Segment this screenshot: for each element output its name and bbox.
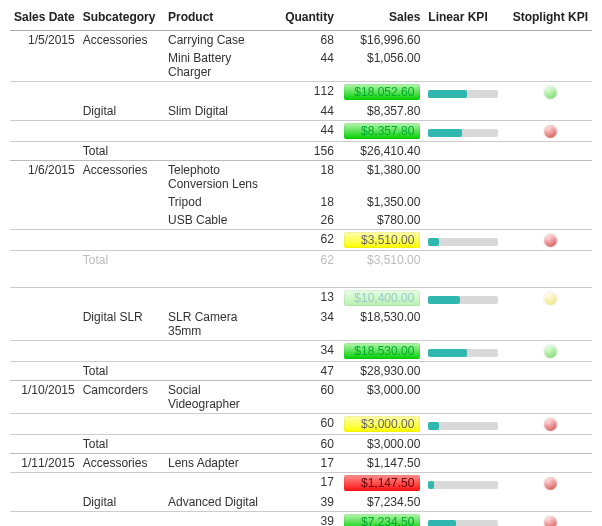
col-linear-kpi: Linear KPI xyxy=(424,6,508,31)
quantity-cell: 13 xyxy=(274,288,338,309)
sales-kpi-pill: $8,357.80 xyxy=(338,121,425,142)
product-cell: Telephoto Conversion Lens xyxy=(164,161,274,194)
product-cell: Lens Adapter xyxy=(164,454,274,473)
subcategory-cell: Accessories xyxy=(79,161,164,194)
subcategory-cell: Accessories xyxy=(79,31,164,50)
linear-kpi-bar xyxy=(424,288,508,309)
sales-kpi-pill: $18,530.00 xyxy=(338,341,425,362)
table-row: 1/11/2015 Accessories Lens Adapter 17 $1… xyxy=(10,454,592,473)
product-cell: Tripod xyxy=(164,193,274,211)
quantity-cell: 18 xyxy=(274,161,338,194)
quantity-cell: 60 xyxy=(274,381,338,414)
subcategory-cell: Accessories xyxy=(79,454,164,473)
subcategory-subtotal-row: 112 $18,052.60 xyxy=(10,82,592,103)
stoplight-icon xyxy=(544,234,557,247)
product-cell: Carrying Case xyxy=(164,31,274,50)
stoplight-icon xyxy=(544,477,557,490)
col-sales-date: Sales Date xyxy=(10,6,79,31)
sales-cell: $16,996.60 xyxy=(338,31,425,50)
quantity-cell: 156 xyxy=(274,142,338,161)
table-row: Tripod 18 $1,350.00 xyxy=(10,193,592,211)
linear-kpi-bar xyxy=(424,473,508,494)
subcategory-subtotal-row: 39 $7,234.50 xyxy=(10,512,592,527)
quantity-cell: 34 xyxy=(274,308,338,341)
quantity-cell: 62 xyxy=(274,230,338,251)
quantity-cell: 62 xyxy=(274,251,338,270)
sales-cell: $28,930.00 xyxy=(338,362,425,381)
linear-kpi-bar xyxy=(424,82,508,103)
quantity-cell: 60 xyxy=(274,414,338,435)
table-row: Mini Battery Charger 44 $1,056.00 xyxy=(10,49,592,82)
sales-date-cell: 1/5/2015 xyxy=(10,31,79,50)
product-cell: Mini Battery Charger xyxy=(164,49,274,82)
subcategory-cell: Digital xyxy=(79,493,164,512)
sales-kpi-pill: $3,510.00 xyxy=(338,230,425,251)
stoplight-icon xyxy=(544,516,557,526)
subcategory-subtotal-row: 44 $8,357.80 xyxy=(10,121,592,142)
subcategory-subtotal-row: 60 $3,000.00 xyxy=(10,414,592,435)
table-row: 1/6/2015 Accessories Telephoto Conversio… xyxy=(10,161,592,194)
table-row: Digital Advanced Digital 39 $7,234.50 xyxy=(10,493,592,512)
subcategory-cell: Digital xyxy=(79,102,164,121)
sales-date-cell: 1/11/2015 xyxy=(10,454,79,473)
product-cell: Advanced Digital xyxy=(164,493,274,512)
stoplight-icon xyxy=(544,125,557,138)
linear-kpi-bar xyxy=(424,512,508,527)
subcategory-cell: Camcorders xyxy=(79,381,164,414)
sales-cell: $8,357.80 xyxy=(338,102,425,121)
product-cell: Social Videographer xyxy=(164,381,274,414)
total-label: Total xyxy=(79,435,164,454)
total-label: Total xyxy=(79,251,164,270)
linear-kpi-bar xyxy=(424,230,508,251)
total-label: Total xyxy=(79,142,164,161)
stoplight-icon xyxy=(544,418,557,431)
sales-cell: $1,147.50 xyxy=(338,454,425,473)
sales-date-cell: 1/6/2015 xyxy=(10,161,79,194)
quantity-cell: 17 xyxy=(274,454,338,473)
sales-cell: $7,234.50 xyxy=(338,493,425,512)
sales-kpi-report: Sales Date Subcategory Product Quantity … xyxy=(0,0,602,526)
product-cell: USB Cable xyxy=(164,211,274,230)
product-cell: SLR Camera 35mm xyxy=(164,308,274,341)
sales-cell: $1,380.00 xyxy=(338,161,425,194)
table-row: 1/10/2015 Camcorders Social Videographer… xyxy=(10,381,592,414)
report-table: Sales Date Subcategory Product Quantity … xyxy=(10,6,592,526)
subcategory-cell: Digital SLR xyxy=(79,308,164,341)
stoplight-icon xyxy=(544,86,557,99)
subcategory-subtotal-row: 34 $18,530.00 xyxy=(10,341,592,362)
sales-cell: $18,530.00 xyxy=(338,308,425,341)
stoplight-icon xyxy=(544,292,557,305)
sales-cell: $26,410.40 xyxy=(338,142,425,161)
sales-date-cell: 1/10/2015 xyxy=(10,381,79,414)
subcategory-subtotal-row: 17 $1,147.50 xyxy=(10,473,592,494)
col-stoplight-kpi: Stoplight KPI xyxy=(509,6,592,31)
quantity-cell: 112 xyxy=(274,82,338,103)
sales-cell: $3,510.00 xyxy=(338,251,425,270)
quantity-cell: 44 xyxy=(274,102,338,121)
quantity-cell: 44 xyxy=(274,121,338,142)
quantity-cell: 44 xyxy=(274,49,338,82)
sales-cell: $780.00 xyxy=(338,211,425,230)
table-row: 1/5/2015 Accessories Carrying Case 68 $1… xyxy=(10,31,592,50)
sales-kpi-pill: $3,000.00 xyxy=(338,414,425,435)
sales-cell: $1,350.00 xyxy=(338,193,425,211)
sales-cell: $3,000.00 xyxy=(338,381,425,414)
sales-kpi-pill: $7,234.50 xyxy=(338,512,425,527)
date-total-row: Total 60 $3,000.00 xyxy=(10,435,592,454)
quantity-cell: 17 xyxy=(274,473,338,494)
table-row xyxy=(10,269,592,288)
product-cell: Slim Digital xyxy=(164,102,274,121)
header-row: Sales Date Subcategory Product Quantity … xyxy=(10,6,592,31)
quantity-cell: 39 xyxy=(274,512,338,527)
col-sales: Sales xyxy=(338,6,425,31)
quantity-cell: 39 xyxy=(274,493,338,512)
subcategory-subtotal-row: 62 $3,510.00 xyxy=(10,230,592,251)
col-quantity: Quantity xyxy=(274,6,338,31)
col-product: Product xyxy=(164,6,274,31)
date-total-row: Total 47 $28,930.00 xyxy=(10,362,592,381)
subcategory-subtotal-row: 13 $10,400.00 xyxy=(10,288,592,309)
table-row: USB Cable 26 $780.00 xyxy=(10,211,592,230)
quantity-cell: 60 xyxy=(274,435,338,454)
date-total-row: Total 156 $26,410.40 xyxy=(10,142,592,161)
sales-kpi-pill: $1,147.50 xyxy=(338,473,425,494)
